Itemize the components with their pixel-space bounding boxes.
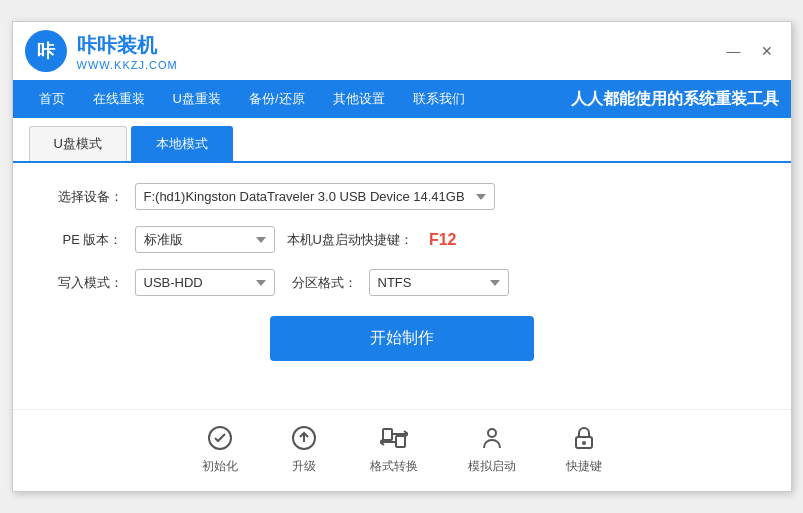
lock-icon [568,422,600,454]
start-button[interactable]: 开始制作 [270,316,534,361]
close-button[interactable]: ✕ [755,41,779,61]
device-label: 选择设备： [53,188,123,206]
title-left: 咔 咔咔装机 WWW.KKZJ.COM [25,30,178,72]
app-logo: 咔 [25,30,67,72]
tool-upgrade[interactable]: 升级 [288,422,320,475]
app-name: 咔咔装机 [77,32,178,59]
title-bar: 咔 咔咔装机 WWW.KKZJ.COM — ✕ [13,22,791,80]
tool-initialize-label: 初始化 [202,458,238,475]
svg-point-9 [582,441,586,445]
check-circle-icon [204,422,236,454]
hotkey-value: F12 [429,231,457,249]
tool-simulate-boot-label: 模拟启动 [468,458,516,475]
tab-usb-mode[interactable]: U盘模式 [29,126,127,161]
nav-slogan: 人人都能使用的系统重装工具 [571,89,779,110]
nav-item-settings[interactable]: 其他设置 [319,80,399,118]
transfer-icon [378,422,410,454]
bottom-tools: 初始化 升级 [13,409,791,491]
hotkey-label: 本机U盘启动快捷键： [287,231,413,249]
svg-point-7 [488,429,496,437]
pe-select[interactable]: 标准版 [135,226,275,253]
write-row: 写入模式： USB-HDD 分区格式： NTFS [53,269,751,296]
title-controls: — ✕ [721,41,779,61]
svg-rect-3 [383,429,392,440]
tool-upgrade-label: 升级 [292,458,316,475]
device-select[interactable]: F:(hd1)Kingston DataTraveler 3.0 USB Dev… [135,183,495,210]
content-area: 选择设备： F:(hd1)Kingston DataTraveler 3.0 U… [13,163,791,401]
nav-item-contact[interactable]: 联系我们 [399,80,479,118]
svg-rect-4 [396,436,405,447]
device-row: 选择设备： F:(hd1)Kingston DataTraveler 3.0 U… [53,183,751,210]
main-window: 咔 咔咔装机 WWW.KKZJ.COM — ✕ 首页 在线重装 U盘重装 备份/… [12,21,792,492]
nav-item-home[interactable]: 首页 [25,80,79,118]
nav-item-usb[interactable]: U盘重装 [159,80,235,118]
app-url: WWW.KKZJ.COM [77,59,178,71]
tool-format-convert[interactable]: 格式转换 [370,422,418,475]
partition-label: 分区格式： [287,274,357,292]
tab-local-mode[interactable]: 本地模式 [131,126,233,161]
upload-circle-icon [288,422,320,454]
tool-format-convert-label: 格式转换 [370,458,418,475]
nav-bar: 首页 在线重装 U盘重装 备份/还原 其他设置 联系我们 人人都能使用的系统重装… [13,80,791,118]
nav-item-backup[interactable]: 备份/还原 [235,80,319,118]
write-select[interactable]: USB-HDD [135,269,275,296]
tabs-row: U盘模式 本地模式 [13,118,791,163]
tool-simulate-boot[interactable]: 模拟启动 [468,422,516,475]
app-title-block: 咔咔装机 WWW.KKZJ.COM [77,32,178,71]
partition-select[interactable]: NTFS [369,269,509,296]
logo-text: 咔 [37,39,55,63]
nav-item-online[interactable]: 在线重装 [79,80,159,118]
tool-shortcut-label: 快捷键 [566,458,602,475]
minimize-button[interactable]: — [721,41,747,61]
tool-initialize[interactable]: 初始化 [202,422,238,475]
tool-shortcut[interactable]: 快捷键 [566,422,602,475]
pe-row: PE 版本： 标准版 本机U盘启动快捷键： F12 [53,226,751,253]
person-icon [476,422,508,454]
pe-label: PE 版本： [53,231,123,249]
write-label: 写入模式： [53,274,123,292]
